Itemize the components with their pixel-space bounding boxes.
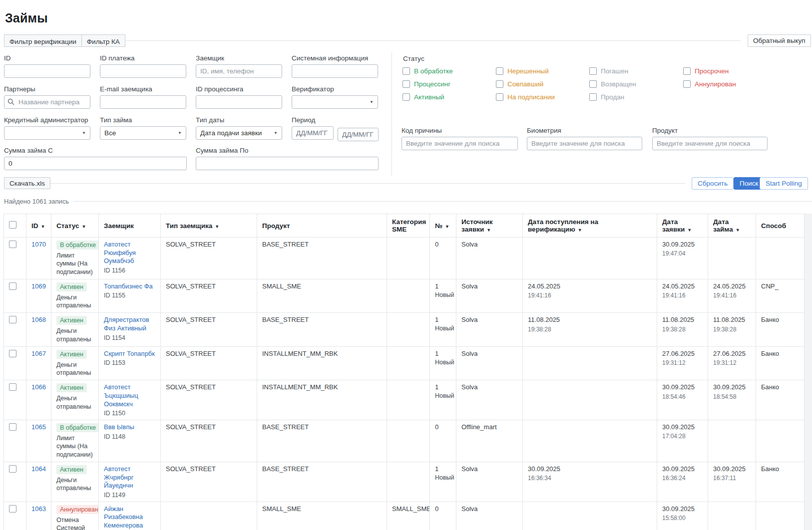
- product-input[interactable]: [652, 137, 768, 150]
- loan-id-link[interactable]: 1065: [31, 423, 46, 431]
- credit-admin-select[interactable]: ▼: [4, 126, 90, 140]
- status-checkbox-item[interactable]: Возвращен: [589, 80, 636, 88]
- system-info-input[interactable]: [292, 64, 378, 78]
- tab-verification-filter[interactable]: Фильтр верификации: [4, 34, 82, 47]
- loan-id-link[interactable]: 1069: [31, 282, 46, 290]
- column-header[interactable]: Статус▼: [51, 214, 99, 238]
- column-header[interactable]: Тип заемщика▼: [161, 214, 257, 238]
- checkbox-icon[interactable]: [496, 93, 503, 101]
- tab-ka-filter[interactable]: Фильтр КА: [81, 34, 125, 47]
- checkbox-icon[interactable]: [589, 93, 597, 101]
- status-checkbox-item[interactable]: Процессинг: [403, 80, 450, 88]
- status-checkbox-item[interactable]: Совпавший: [496, 80, 543, 88]
- checkbox-icon[interactable]: [496, 67, 503, 75]
- column-header[interactable]: ID▼: [26, 214, 51, 238]
- row-checkbox[interactable]: [9, 423, 16, 431]
- vertical-scrollbar[interactable]: [804, 214, 812, 530]
- download-xls-button[interactable]: Скачать.xls: [4, 177, 50, 189]
- checkbox-icon[interactable]: [403, 80, 410, 88]
- row-checkbox[interactable]: [9, 465, 16, 473]
- start-polling-button[interactable]: Start Polling: [760, 177, 808, 190]
- status-checkbox-item[interactable]: В обработке: [403, 67, 453, 75]
- status-badge: Активен: [56, 282, 87, 291]
- period-to-input[interactable]: [338, 128, 379, 141]
- sort-arrow-icon[interactable]: ▼: [687, 228, 692, 233]
- borrower-link[interactable]: Автотест Рюифябуя Оумабчэб: [104, 241, 155, 265]
- num-value: 1: [435, 465, 451, 473]
- email-input[interactable]: [100, 95, 186, 109]
- column-header[interactable]: №▼: [430, 214, 456, 238]
- sort-arrow-icon[interactable]: ▼: [215, 224, 219, 229]
- row-checkbox[interactable]: [9, 282, 16, 290]
- status-checkbox-item[interactable]: На подписании: [496, 93, 555, 101]
- sort-arrow-icon[interactable]: ▼: [445, 224, 449, 229]
- partner-search-input[interactable]: [4, 95, 90, 109]
- loans-page: Займы Фильтр верификацииФильтр КА Обратн…: [0, 0, 812, 530]
- sort-arrow-icon[interactable]: ▼: [736, 228, 740, 233]
- reason-code-input[interactable]: [402, 137, 518, 150]
- borrower-link[interactable]: Автотест Ъцкщшиыц Ооквмскч: [104, 383, 155, 408]
- status-checkbox-item[interactable]: Погашен: [589, 67, 628, 75]
- checkbox-icon[interactable]: [403, 93, 410, 101]
- processing-id-input[interactable]: [196, 95, 282, 109]
- date-value: 30.09.2025: [528, 465, 652, 473]
- status-checkbox-item[interactable]: Аннулирован: [683, 80, 736, 88]
- sort-arrow-icon[interactable]: ▼: [578, 228, 582, 233]
- loan-date: 11.08.202519:38:28: [708, 313, 756, 347]
- sort-arrow-icon[interactable]: ▼: [82, 224, 86, 229]
- borrower-link[interactable]: Длярестрактов Физ Активный: [104, 316, 155, 332]
- status-badge: Активен: [56, 350, 87, 359]
- column-header[interactable]: Дата поступления на верификацию▼: [523, 214, 657, 238]
- sort-arrow-icon[interactable]: ▼: [486, 228, 491, 233]
- payment-id-input[interactable]: [100, 64, 186, 78]
- row-checkbox[interactable]: [9, 383, 16, 391]
- loan-type-select[interactable]: Все ▼: [100, 126, 186, 140]
- amount-to-input[interactable]: [196, 157, 379, 170]
- loan-id-link[interactable]: 1067: [31, 350, 46, 357]
- verifier-select[interactable]: ▼: [292, 95, 378, 109]
- biometry-input[interactable]: [527, 137, 642, 150]
- row-checkbox[interactable]: [9, 505, 16, 513]
- loan-id-link[interactable]: 1063: [31, 505, 46, 513]
- status-checkbox-item[interactable]: Активный: [403, 93, 444, 101]
- borrower-link[interactable]: Ввв Ывпы: [104, 423, 155, 432]
- time-value: 19:41:16: [528, 292, 652, 299]
- table-row: 1069АктивенДеньги отправленыТопапбизнес …: [4, 279, 812, 313]
- amount-from-input[interactable]: [4, 157, 187, 170]
- period-from-input[interactable]: [292, 126, 334, 140]
- checkbox-icon[interactable]: [589, 80, 597, 88]
- loan-id-link[interactable]: 1064: [31, 465, 46, 473]
- status-checkbox-label: Погашен: [601, 67, 628, 75]
- select-all-checkbox[interactable]: [9, 221, 16, 229]
- row-checkbox[interactable]: [9, 316, 16, 323]
- borrower-link[interactable]: Топапбизнес Фа: [104, 282, 155, 291]
- row-checkbox[interactable]: [9, 350, 16, 357]
- checkbox-icon[interactable]: [683, 67, 691, 75]
- loan-date: 27.06.202519:31:12: [708, 346, 756, 380]
- column-header: Заемщик: [99, 214, 161, 238]
- borrower-link[interactable]: Айжан Ризабековна Кеменгерова: [104, 505, 155, 530]
- column-header[interactable]: Источник заявки▼: [456, 214, 523, 238]
- reset-button[interactable]: Сбросить: [692, 177, 734, 190]
- loan-id-link[interactable]: 1068: [31, 316, 46, 323]
- sme-category: [387, 238, 430, 279]
- status-checkbox-item[interactable]: Нерешенный: [496, 67, 549, 75]
- borrower-link[interactable]: Скрипт Топапрбк: [104, 350, 155, 358]
- checkbox-icon[interactable]: [496, 80, 503, 88]
- row-checkbox[interactable]: [9, 241, 16, 248]
- buyback-button[interactable]: Обратный выкуп: [748, 34, 811, 47]
- column-header[interactable]: Дата заявки▼: [657, 214, 708, 238]
- loan-id-link[interactable]: 1070: [31, 241, 46, 248]
- date-type-select[interactable]: Дата подачи заявки ▼: [196, 126, 282, 140]
- checkbox-icon[interactable]: [683, 80, 691, 88]
- checkbox-icon[interactable]: [403, 67, 410, 75]
- status-checkbox-item[interactable]: Продан: [589, 93, 624, 101]
- loan-id-link[interactable]: 1066: [31, 383, 46, 391]
- borrower-input[interactable]: [196, 64, 282, 78]
- sort-arrow-icon[interactable]: ▼: [41, 224, 45, 229]
- borrower-link[interactable]: Автотест Жчрябнрг Йауеднчн: [104, 465, 155, 490]
- status-checkbox-item[interactable]: Просрочен: [683, 67, 729, 75]
- id-input[interactable]: [4, 64, 90, 78]
- column-header[interactable]: Дата займа▼: [708, 214, 756, 238]
- checkbox-icon[interactable]: [589, 67, 597, 75]
